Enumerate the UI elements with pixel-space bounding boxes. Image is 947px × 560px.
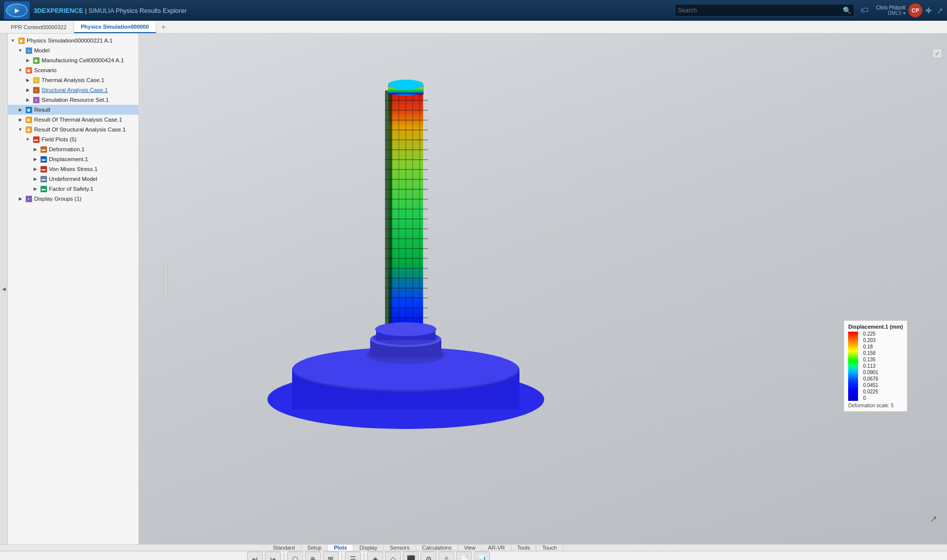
panel-collapse-button[interactable]: ◀ (0, 34, 8, 544)
tree-item-fieldplots[interactable]: ▼▬Field Plots (5) (8, 134, 138, 144)
app-logo: ▶ (4, 1, 30, 19)
tree-item-vonmises[interactable]: ▶▬Von Mises Stress.1 (8, 164, 138, 174)
toolbar-btn-3d2[interactable]: ◇ (385, 552, 401, 560)
legend-val-6: 0.0901 (863, 370, 878, 375)
tree-item-displacement[interactable]: ▶▬Displacement.1 (8, 154, 138, 164)
panel-resize-handle[interactable]: ⋮ (163, 265, 168, 295)
toolbar-tab-setup[interactable]: Setup (301, 545, 328, 551)
toolbar-tab-view[interactable]: View (458, 545, 482, 551)
tree-expand-scenario[interactable]: ▼ (17, 67, 23, 73)
tree-expand-fieldplots[interactable]: ▼ (25, 136, 31, 142)
tag-button[interactable]: 🏷 (861, 6, 868, 15)
legend-title: Displacement.1 (mm) (848, 324, 903, 330)
main-layout: ◀ ▼▣Physics Simulation000000221 A.1▼▪Mod… (0, 34, 947, 544)
tree-item-displaygroup[interactable]: ▶▪Display Groups (1) (8, 194, 138, 204)
tree-item-struct[interactable]: ▶▪Structural Analysis Case.1 (8, 85, 138, 95)
user-avatar[interactable]: CP (908, 3, 922, 17)
toolbar-btn-list[interactable]: ☰ (345, 552, 361, 560)
toolbar-tab-standard[interactable]: Standard (267, 545, 301, 551)
tree-item-resource[interactable]: ▶▪Simulation Resource Set.1 (8, 95, 138, 105)
tree-expand-thermal[interactable]: ▶ (25, 77, 31, 83)
tree-label-mfg: Manufacturing Cell00000424 A.1 (42, 57, 136, 63)
tree-item-mfg[interactable]: ▶▣Manufacturing Cell00000424 A.1 (8, 55, 138, 65)
toolbar-tab-calculations[interactable]: Calculations (416, 545, 458, 551)
tree-label-thermal-result: Result Of Thermal Analysis Case.1 (34, 117, 136, 123)
top-bar: ▶ 3DEXPERIENCE | SIMULIA Physics Results… (0, 0, 947, 21)
tree-label-scenario: Scenario (34, 67, 136, 73)
toolbar-btn-3d3[interactable]: ⬛ (403, 552, 419, 560)
toolbar-btn-warn[interactable]: ⚠ (438, 552, 454, 560)
toolbar-tabs: Standard Setup Plots Display Sensors Cal… (0, 545, 947, 551)
tree-label-sim: Physics Simulation000000221 A.1 (27, 38, 136, 43)
tree-expand-mfg[interactable]: ▶ (25, 57, 31, 63)
tree-expand-deformation[interactable]: ▶ (32, 146, 38, 152)
tab-physics[interactable]: Physics Simulation000000 (74, 21, 157, 33)
tree-expand-model[interactable]: ▼ (17, 47, 23, 53)
tree-item-scenario[interactable]: ▼▣Scenario (8, 65, 138, 75)
left-panel: ▼▣Physics Simulation000000221 A.1▼▪Model… (8, 34, 139, 544)
tree-expand-sim[interactable]: ▼ (10, 38, 16, 43)
tree-item-thermal-result[interactable]: ▶▣Result Of Thermal Analysis Case.1 (8, 115, 138, 125)
toolbar-btn-zoom[interactable]: ⊠ (323, 552, 339, 560)
tree-item-undeformed[interactable]: ▶▬Undeformed Model (8, 174, 138, 184)
brand-label: 3DEXPERIENCE (34, 7, 83, 14)
tree-expand-result[interactable]: ▶ (17, 107, 23, 113)
toolbar-tab-plots[interactable]: Plots (328, 545, 353, 551)
tree-label-result: Result (34, 107, 136, 113)
toolbar-tab-display[interactable]: Display (353, 545, 384, 551)
search-button[interactable]: 🔍 (843, 6, 851, 14)
tree-label-struct: Structural Analysis Case.1 (42, 87, 136, 93)
app-logo-inner: ▶ (6, 3, 28, 17)
tab-ppr[interactable]: PPR Context00000322 (4, 21, 74, 33)
toolbar-tab-arvr[interactable]: AR-VR (482, 545, 511, 551)
tree-label-undeformed: Undeformed Model (49, 176, 136, 182)
toolbar-tab-sensors[interactable]: Sensors (384, 545, 416, 551)
tree-label-deformation: Deformation.1 (49, 146, 136, 152)
fullscreen-button[interactable]: ⤢ (932, 48, 942, 58)
add-icon[interactable]: ✚ (925, 6, 932, 15)
tab-add-button[interactable]: + (156, 21, 171, 33)
toolbar-btn-3d1[interactable]: ◈ (367, 552, 383, 560)
tree-label-vonmises: Von Mises Stress.1 (49, 166, 136, 172)
tree-label-fieldplots: Field Plots (5) (42, 136, 136, 142)
search-box[interactable]: 🔍 (675, 4, 855, 17)
top-actions: ✚ ↗ (925, 6, 943, 15)
tree-expand-undeformed[interactable]: ▶ (32, 176, 38, 182)
toolbar-btn-doc[interactable]: 📄 (456, 552, 472, 560)
toolbar-btn-undo2[interactable]: ↪ (265, 552, 281, 560)
search-input[interactable] (678, 7, 841, 14)
tree-item-result[interactable]: ▶▣Result (8, 105, 138, 115)
tree-expand-vonmises[interactable]: ▶ (32, 166, 38, 172)
toolbar-btn-fit[interactable]: ⊕ (305, 552, 321, 560)
tree-expand-displacement[interactable]: ▶ (32, 156, 38, 162)
share-icon[interactable]: ↗ (937, 6, 943, 15)
3d-model (262, 63, 559, 434)
tree-item-struct-result[interactable]: ▼▣Result Of Structural Analysis Case.1 (8, 125, 138, 134)
tab-bar: PPR Context00000322 Physics Simulation00… (0, 21, 947, 34)
tree-item-thermal[interactable]: ▶▪Thermal Analysis Case.1 (8, 75, 138, 85)
product-sub-label: Physics Results Explorer (116, 7, 187, 14)
tree-expand-factor[interactable]: ▶ (32, 186, 38, 192)
tree-item-deformation[interactable]: ▶▬Deformation.1 (8, 144, 138, 154)
tree-expand-thermal-result[interactable]: ▶ (17, 117, 23, 123)
toolbar-btn-select[interactable]: ⬡ (287, 552, 303, 560)
tree-expand-struct-result[interactable]: ▼ (17, 127, 23, 132)
legend-colorbar (848, 332, 858, 401)
app-title: 3DEXPERIENCE | SIMULIA Physics Results E… (34, 7, 187, 14)
3d-viewport[interactable]: Displacement.1 (mm) 0.225 0.203 0.18 0.1… (139, 34, 947, 544)
tree-container: ▼▣Physics Simulation000000221 A.1▼▪Model… (8, 36, 138, 204)
toolbar-tab-touch[interactable]: Touch (536, 545, 563, 551)
toolbar-tab-tools[interactable]: Tools (512, 545, 537, 551)
tree-item-factor[interactable]: ▶▬Factor of Safety.1 (8, 184, 138, 194)
tree-item-sim[interactable]: ▼▣Physics Simulation000000221 A.1 (8, 36, 138, 45)
user-org: DMLS ▾ (888, 10, 905, 16)
toolbar-separator-2 (342, 553, 342, 560)
tree-item-model[interactable]: ▼▪Model (8, 45, 138, 55)
legend-val-10: 0 (863, 396, 878, 401)
tree-expand-struct[interactable]: ▶ (25, 87, 31, 93)
toolbar-btn-chart[interactable]: 📊 (474, 552, 490, 560)
tree-expand-displaygroup[interactable]: ▶ (17, 196, 23, 202)
tree-expand-resource[interactable]: ▶ (25, 97, 31, 103)
toolbar-btn-undo[interactable]: ↩ (247, 552, 263, 560)
toolbar-btn-gear[interactable]: ⚙ (421, 552, 436, 560)
